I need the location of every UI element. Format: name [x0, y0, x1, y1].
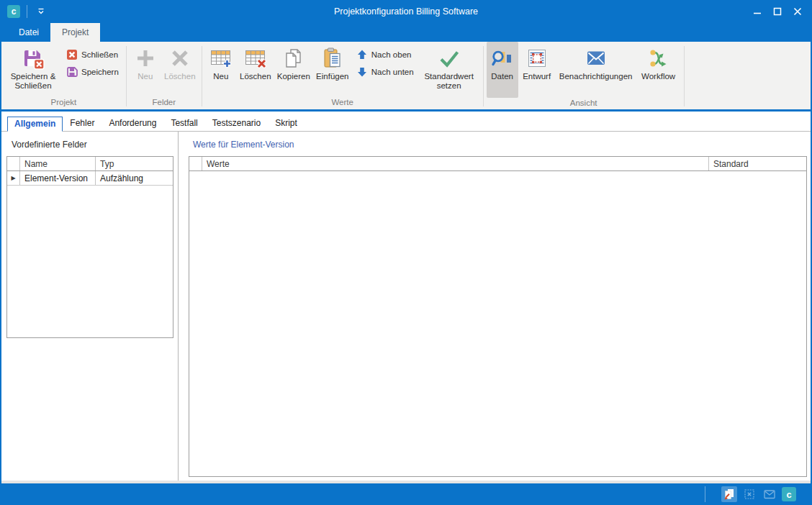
row-indicator-header [189, 157, 202, 170]
copy-button[interactable]: Kopieren [274, 43, 313, 96]
data-search-icon [491, 47, 514, 70]
view-workflow-label: Workflow [641, 72, 675, 81]
window-title: Projektkonfiguration Billing Software [1, 6, 811, 17]
fields-delete-button-disabled: Löschen [161, 43, 199, 96]
ribbon-group-ansicht: Daten [485, 43, 682, 109]
view-data-button[interactable]: Daten [487, 42, 518, 98]
tab-fehler[interactable]: Fehler [63, 116, 102, 131]
design-frame-icon [525, 47, 549, 70]
ribbon-separator [202, 46, 202, 106]
table-delete-icon [244, 47, 267, 70]
column-header-typ[interactable]: Typ [96, 157, 173, 170]
table-add-icon [209, 47, 233, 70]
statusbar-app-logo-icon[interactable]: c [782, 487, 796, 501]
save-button[interactable]: Speichern [62, 63, 123, 81]
move-down-button[interactable]: Nach unten [352, 63, 418, 81]
ribbon-separator [483, 46, 484, 106]
titlebar: c Projektkonfiguration Billing Software [1, 0, 811, 23]
arrow-down-icon [356, 66, 368, 78]
quick-access-chevron-icon[interactable] [34, 4, 48, 19]
set-default-button[interactable]: Standardwert setzen [418, 43, 480, 96]
table-header-row: Name Typ [7, 157, 173, 171]
row-indicator-cell: ▶ [7, 171, 20, 185]
workflow-icon [647, 47, 670, 70]
fields-delete-label: Löschen [164, 72, 195, 81]
column-header-werte[interactable]: Werte [202, 157, 709, 170]
statusbar-design-view-icon[interactable] [741, 486, 757, 502]
tab-anforderung[interactable]: Anforderung [102, 116, 163, 131]
cell-name[interactable]: Element-Version [20, 171, 96, 185]
statusbar-notifications-icon[interactable] [762, 486, 777, 502]
close-project-label: Schließen [81, 50, 118, 59]
cell-typ[interactable]: Aufzählung [96, 171, 173, 185]
copy-icon [282, 47, 305, 70]
paste-icon [321, 47, 344, 70]
ribbon-tab-projekt[interactable]: Projekt [50, 23, 100, 42]
view-data-label: Daten [491, 72, 513, 81]
statusbar-data-view-icon[interactable] [721, 486, 737, 502]
app-window: c Projektkonfiguration Billing Software … [0, 0, 812, 505]
predefined-fields-panel: Vordefinierte Felder Name Typ ▶ Element-… [1, 132, 179, 481]
values-new-label: Neu [213, 72, 228, 81]
app-logo-icon[interactable]: c [7, 5, 20, 18]
arrow-up-icon [356, 49, 368, 60]
view-workflow-button[interactable]: Workflow [636, 43, 681, 96]
view-notifications-button[interactable]: Benachrichtigungen [556, 43, 636, 96]
set-default-label: Standardwert setzen [418, 72, 480, 91]
fields-new-button-disabled: Neu [130, 43, 161, 96]
save-close-icon [22, 47, 45, 70]
maximize-button[interactable] [767, 2, 788, 21]
values-delete-button[interactable]: Löschen [237, 43, 274, 96]
ribbon-tab-row: Datei Projekt [1, 23, 811, 42]
paste-label: Einfügen [316, 72, 348, 81]
ribbon-tab-datei[interactable]: Datei [7, 23, 50, 42]
values-panel: Werte für Element-Version Werte Standard [179, 132, 811, 481]
fields-new-label: Neu [137, 72, 153, 81]
save-label: Speichern [81, 68, 119, 76]
close-button[interactable] [788, 2, 808, 21]
values-delete-label: Löschen [240, 72, 271, 81]
values-table: Werte Standard [189, 156, 807, 477]
tab-skript[interactable]: Skript [268, 116, 304, 131]
close-project-button[interactable]: Schließen [62, 46, 123, 63]
mail-icon [585, 47, 608, 70]
minimize-button[interactable] [747, 2, 767, 21]
ribbon-separator [684, 46, 685, 106]
row-indicator-header [7, 157, 20, 170]
view-design-label: Entwurf [523, 72, 551, 81]
ribbon-group-felder: Neu Löschen Felder [128, 43, 200, 109]
statusbar: c [1, 483, 811, 505]
view-notifications-label: Benachrichtigungen [559, 72, 633, 81]
column-header-standard[interactable]: Standard [709, 157, 806, 170]
paste-button[interactable]: Einfügen [313, 43, 352, 96]
x-gray-icon [168, 47, 191, 70]
values-new-button[interactable]: Neu [205, 43, 237, 96]
move-down-label: Nach unten [371, 68, 414, 76]
close-red-icon [66, 49, 78, 60]
table-row[interactable]: ▶ Element-Version Aufzählung [7, 171, 173, 186]
ribbon-separator [126, 46, 127, 106]
ribbon-group-projekt: Speichern & Schließen Schließen [3, 43, 125, 109]
tab-testfall[interactable]: Testfall [163, 116, 204, 131]
statusbar-separator [705, 486, 705, 502]
tab-testszenario[interactable]: Testszenario [205, 116, 268, 131]
copy-label: Kopieren [277, 72, 310, 81]
group-label-werte: Werte [205, 97, 480, 109]
save-and-close-label: Speichern & Schließen [4, 72, 62, 91]
move-up-button[interactable]: Nach oben [352, 46, 418, 63]
tab-allgemein[interactable]: Allgemein [7, 117, 63, 132]
document-tab-strip: Allgemein Fehler Anforderung Testfall Te… [1, 112, 811, 132]
move-up-label: Nach oben [371, 50, 412, 59]
content-area: Allgemein Fehler Anforderung Testfall Te… [1, 112, 811, 481]
save-icon [66, 66, 78, 78]
predefined-fields-table: Name Typ ▶ Element-Version Aufzählung [6, 156, 173, 338]
ribbon-group-werte: Neu Löschen [204, 43, 482, 109]
group-label-felder: Felder [130, 97, 199, 109]
ribbon: Speichern & Schließen Schließen [1, 42, 811, 109]
left-panel-title: Vordefinierte Felder [12, 140, 173, 150]
plus-gray-icon [134, 47, 157, 70]
column-header-name[interactable]: Name [20, 157, 96, 170]
current-row-arrow-icon: ▶ [11, 175, 15, 181]
view-design-button[interactable]: Entwurf [518, 43, 556, 96]
save-and-close-button[interactable]: Speichern & Schließen [4, 43, 62, 96]
